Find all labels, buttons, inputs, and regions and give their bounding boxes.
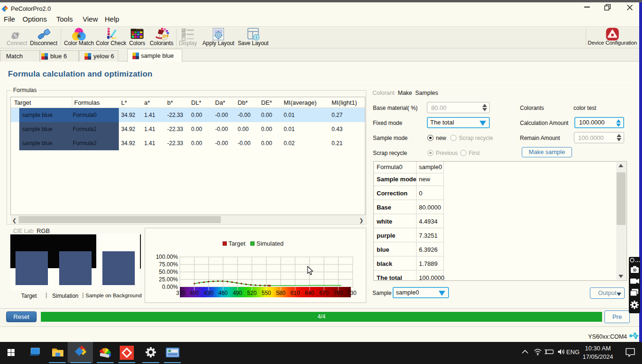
svg-text:400: 400 bbox=[190, 290, 199, 296]
svg-text:460: 460 bbox=[218, 290, 228, 296]
svg-text:580: 580 bbox=[276, 290, 286, 296]
svg-text:610: 610 bbox=[290, 290, 300, 296]
svg-text:100.00%: 100.00% bbox=[156, 254, 178, 260]
svg-text:75.00%: 75.00% bbox=[159, 261, 178, 268]
svg-text:640: 640 bbox=[305, 290, 314, 296]
svg-text:370: 370 bbox=[176, 290, 186, 296]
svg-text:490: 490 bbox=[233, 290, 242, 296]
svg-text:670: 670 bbox=[319, 290, 329, 296]
svg-text:50.00%: 50.00% bbox=[159, 269, 178, 275]
svg-text:0.00%: 0.00% bbox=[162, 284, 178, 290]
svg-text:700: 700 bbox=[333, 290, 343, 296]
svg-text:520: 520 bbox=[247, 290, 256, 296]
svg-text:25.00%: 25.00% bbox=[159, 276, 178, 283]
svg-text:430: 430 bbox=[204, 290, 213, 296]
svg-text:i: i bbox=[256, 35, 257, 40]
svg-text:550: 550 bbox=[262, 290, 271, 296]
svg-text:730: 730 bbox=[347, 290, 356, 296]
